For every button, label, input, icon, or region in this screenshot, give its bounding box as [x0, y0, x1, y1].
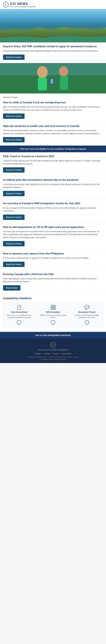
site-subtitle: The voice of Canadian immigration — [10, 6, 36, 8]
article-card-6: How to sponsor your spouse from the Phil… — [0, 250, 106, 270]
svg-rect-7 — [50, 79, 53, 84]
svg-rect-3 — [38, 78, 47, 90]
article-title-4: An overview of Canada's PNP immigration … — [3, 202, 103, 205]
solution-free-assessment[interactable]: 📋 Free Assessment Find out if you are el… — [3, 302, 35, 327]
article-title-3: 12 Alberta jobs that increased in demand… — [3, 178, 103, 182]
sponsor-tag: Sponsor Content — [3, 96, 103, 99]
discussion-forum-icon: 💬 — [73, 305, 101, 310]
sponsor-article-excerpt: After 15 months of waiting due to the CO… — [3, 106, 103, 112]
article-excerpt-3: A Canadian government study highlights s… — [3, 183, 103, 189]
read-article-6-button[interactable]: Read Full Article — [3, 262, 24, 267]
svg-rect-5 — [60, 76, 68, 90]
article-excerpt-7: When attempting to enter Canada with a p… — [3, 277, 103, 283]
article-title-6: How to sponsor your spouse from the Phil… — [3, 252, 103, 255]
article-excerpt-1: Canada's latest Express Entry draw targe… — [3, 50, 103, 52]
read-article-4-button[interactable]: Read Full Article — [3, 214, 24, 220]
crs-calculator-desc: What is your Express Entry ranking score… — [39, 314, 67, 319]
site-header: C CIC NEWS The voice of Canadian immigra… — [0, 0, 106, 9]
article-excerpt-5: The new open work permit for essential w… — [3, 230, 103, 239]
crs-calculator-arrow[interactable]: → — [51, 320, 55, 324]
article-card-7: Entering Canada with a DUI from the USA … — [0, 270, 106, 294]
read-sponsor-article-button[interactable]: Read Full Article — [3, 114, 24, 119]
article-title-5: How to add dependents on TR to PR open w… — [3, 226, 103, 229]
footer-links: Contact | Privacy | About | Unsubscribe — [3, 353, 103, 355]
svg-rect-1 — [0, 63, 106, 75]
article-title-2: High job vacancies in health care and fo… — [3, 124, 103, 128]
free-assessment-icon: 📋 — [5, 305, 33, 310]
logo-text-group: CIC NEWS The voice of Canadian immigrati… — [10, 2, 36, 8]
discussion-forum-arrow[interactable]: → — [85, 320, 89, 324]
footer-about-link[interactable]: About — [53, 353, 58, 355]
footer-contact-link[interactable]: Contact — [34, 353, 41, 355]
crs-calculator-name: CRS Calculator — [39, 311, 67, 313]
solution-crs-calculator[interactable]: 🔢 CRS Calculator What is your Express En… — [37, 302, 69, 327]
read-article-5-button[interactable]: Read Full Article — [3, 241, 24, 246]
solutions-title: CanadaVisa Solutions — [3, 297, 103, 300]
svg-point-2 — [37, 66, 48, 78]
article-card-5: How to add dependents on TR to PR open w… — [0, 223, 106, 250]
article-card-4: An overview of Canada's PNP immigration … — [0, 199, 106, 223]
sponsor-article-title: How to settle in Canada if you are immig… — [3, 101, 103, 104]
free-assessment-arrow[interactable]: → — [17, 320, 21, 324]
svg-point-4 — [59, 66, 68, 77]
footer-logo: C — [3, 342, 103, 348]
site-title: CIC NEWS — [10, 2, 36, 6]
solution-discussion-forum[interactable]: 💬 Discussion Forum Join the world's larg… — [71, 302, 103, 327]
ask-immigration-bar[interactable]: Ask us your immigration questions — [0, 332, 106, 338]
read-article-3-button[interactable]: Read Full Article — [3, 191, 24, 196]
crs-calculator-icon: 🔢 — [39, 305, 67, 310]
article-excerpt-faq: Canada is finally opening up to tourists… — [3, 159, 103, 165]
sponsor-article-card: Sponsor Content How to settle in Canada … — [0, 94, 106, 122]
site-footer: C The voice of Canadian immigration Cont… — [0, 338, 106, 363]
article-title-7: Entering Canada with a DUI from the USA — [3, 272, 103, 276]
discussion-forum-desc: Join the world's largest Canadian immigr… — [73, 314, 101, 319]
solutions-grid: 📋 Free Assessment Find out if you are el… — [3, 302, 103, 327]
article-card-1: Express Entry: 512 PNP candidates invite… — [0, 42, 106, 63]
article-card-3: 12 Alberta jobs that increased in demand… — [0, 176, 106, 199]
footer-address: ©CICNews, 1303 Greene Ave., Suite 200, W… — [3, 356, 103, 360]
article-title-faq: FAQ: Travel to Canada as a tourist in 20… — [3, 155, 103, 158]
hero-image — [0, 9, 106, 42]
footer-unsubscribe-link[interactable]: Unsubscribe — [61, 353, 72, 355]
sponsor-image — [0, 63, 106, 94]
footer-tagline: The voice of Canadian immigration — [3, 348, 103, 351]
article-card-faq: FAQ: Travel to Canada as a tourist in 20… — [0, 152, 106, 176]
free-assessment-desc: Find out if you are eligible for any Can… — [5, 314, 33, 319]
footer-privacy-link[interactable]: Privacy — [44, 353, 50, 355]
read-article-7-button[interactable]: Read Article — [3, 285, 20, 290]
article-card-2: High job vacancies in health care and fo… — [0, 122, 106, 146]
article-excerpt-6: The first step to sponsoring your spouse… — [3, 256, 103, 260]
read-article-1-button[interactable]: Read Full Article — [3, 54, 24, 60]
article-excerpt-2: Amid increased public health measures in… — [3, 129, 103, 135]
read-article-faq-button[interactable]: Read Full Article — [3, 167, 24, 172]
article-title-1: Express Entry: 512 PNP candidates invite… — [3, 45, 103, 48]
free-assessment-name: Free Assessment — [5, 311, 33, 313]
discussion-forum-name: Discussion Forum — [73, 311, 101, 313]
logo-icon: C — [3, 2, 8, 8]
solutions-section: CanadaVisa Solutions 📋 Free Assessment F… — [0, 294, 106, 332]
article-excerpt-4: In July, Canada's Provincial Nominee Pro… — [3, 206, 103, 212]
footer-logo-icon: C — [50, 342, 56, 348]
read-article-2-button[interactable]: Read Full Article — [3, 137, 24, 142]
eligibility-banner[interactable]: Find out if you are eligible for any Can… — [0, 146, 106, 152]
